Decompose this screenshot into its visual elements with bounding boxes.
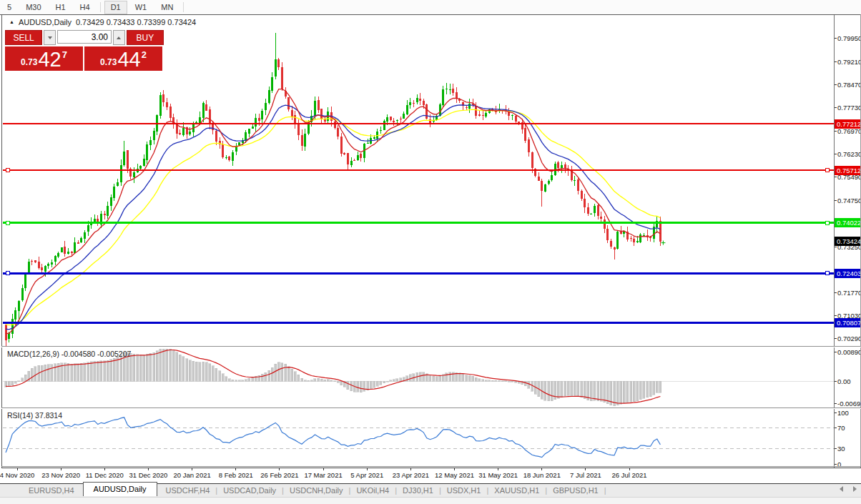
price-axis-tick: 0.77730	[837, 104, 861, 112]
date-axis-tick: 31 Dec 2020	[129, 471, 168, 479]
triangle-down-icon	[48, 36, 52, 39]
rsi-axis-tick: 70	[837, 424, 845, 432]
chart-tab-usdx[interactable]: USDX,H1	[438, 485, 490, 496]
date-axis-tick: 26 Jul 2021	[612, 471, 647, 479]
chart-tab-dj30[interactable]: DJ30,H1	[394, 485, 442, 496]
date-axis-tick: 8 Feb 2021	[219, 471, 253, 479]
date-axis-tick: 18 Jun 2021	[523, 471, 561, 479]
collapse-panel-icon[interactable]: ▲	[9, 19, 14, 24]
timeframe-button-m30[interactable]: M30	[19, 1, 47, 14]
level-badge-label: 0.74022	[837, 219, 861, 227]
buy-price-display[interactable]: 0.73442	[84, 46, 162, 71]
macd-axis-tick: -0.00697	[837, 400, 861, 407]
price-axis-tick: 0.79950	[837, 34, 861, 42]
sell-price-display[interactable]: 0.73427	[5, 46, 83, 71]
chart-tab-ukoil[interactable]: UKOil,H4	[348, 485, 398, 496]
chart-symbol-title: AUDUSD,Daily	[19, 18, 72, 26]
chart-tab-audusd[interactable]: AUDUSD,Daily	[83, 482, 157, 496]
level-badge-label: 0.72403	[837, 270, 861, 277]
buy-price-prefix: 0.73	[100, 57, 117, 67]
toolbar-separator	[100, 2, 101, 12]
timeframe-toolbar: 5M30H1H4D1W1MN	[0, 0, 861, 14]
date-axis-tick: 26 Feb 2021	[260, 471, 298, 479]
sell-price-main: 42	[38, 49, 61, 70]
tab-scroll-arrows	[840, 486, 857, 492]
date-axis-tick: 20 Jan 2021	[173, 471, 210, 479]
date-axis-tick: 17 Mar 2021	[304, 471, 342, 479]
timeframe-button-h4[interactable]: H4	[74, 1, 97, 14]
chart-window: MACD(12,26,9) -0.004580 -0.005207RSI(14)…	[0, 14, 861, 483]
status-strip	[0, 497, 861, 504]
date-axis-tick: 4 Nov 2020	[0, 471, 34, 479]
price-axis-tick: 0.74750	[837, 197, 861, 204]
timeframe-button-w1[interactable]: W1	[129, 1, 154, 14]
volume-input[interactable]	[57, 30, 112, 44]
level-badge-label: 0.70807	[837, 319, 861, 327]
triangle-up-icon	[117, 36, 121, 39]
buy-price-main: 44	[117, 49, 140, 70]
price-axis-tick: 0.76970	[837, 127, 861, 135]
chart-header: ▲ AUDUSD,Daily 0.73429 0.73433 0.73399 0…	[9, 18, 196, 26]
date-axis-tick: 11 Dec 2020	[86, 471, 124, 479]
price-axis-tick: 0.79210	[837, 58, 861, 66]
date-axis-tick: 31 May 2021	[478, 471, 518, 479]
price-axis-tick: 0.71770	[837, 289, 861, 297]
date-axis-tick: 7 Jul 2021	[570, 471, 601, 479]
rsi-axis-tick: 100	[837, 409, 849, 417]
level-badge-label: 0.75712	[837, 167, 861, 174]
trading-terminal: 5M30H1H4D1W1MN MACD(12,26,9) -0.004580 -…	[0, 0, 861, 504]
buy-price-sup: 2	[142, 49, 147, 60]
chart-tab-usdchf[interactable]: USDCHF,H4	[157, 485, 219, 496]
date-axis-tick: 12 May 2021	[435, 471, 474, 479]
sell-button[interactable]: SELL	[5, 30, 42, 45]
date-axis-tick: 23 Nov 2020	[41, 471, 80, 479]
date-axis-tick: 23 Apr 2021	[393, 471, 429, 479]
toolbar-separator	[183, 2, 184, 12]
macd-label: MACD(12,26,9) -0.004580 -0.005207	[7, 350, 132, 358]
chart-tab-usdcnh[interactable]: USDCNH,Daily	[281, 485, 352, 496]
chart-tab-gbpusd[interactable]: GBPUSD,H1	[544, 485, 607, 496]
sell-price-sup: 7	[62, 49, 67, 60]
chart-tabs-bar: EURUSD,H4AUDUSD,DailyUSDCHF,H4|USDCAD,Da…	[0, 483, 861, 497]
timeframe-button-d1[interactable]: D1	[104, 1, 127, 14]
timeframe-button-h1[interactable]: H1	[49, 1, 72, 14]
timeframe-button-5[interactable]: 5	[1, 1, 18, 14]
sell-price-prefix: 0.73	[21, 57, 37, 67]
rsi-label: RSI(14) 37.8314	[7, 411, 62, 420]
tabs-scroll-right-icon[interactable]	[853, 486, 857, 492]
rsi-axis-tick: 30	[837, 445, 845, 453]
macd-axis-tick: 0.00	[837, 377, 851, 385]
date-axis-tick: 5 Apr 2021	[350, 471, 383, 479]
price-axis-tick: 0.70290	[837, 335, 861, 342]
chart-tab-usdcad[interactable]: USDCAD,Daily	[215, 485, 285, 496]
chart-tab-eurusd[interactable]: EURUSD,H4	[20, 485, 83, 496]
tab-separator: |	[604, 486, 606, 495]
price-chart[interactable]: MACD(12,26,9) -0.004580 -0.005207RSI(14)…	[0, 14, 861, 483]
chart-ohlc-values: 0.73429 0.73433 0.73399 0.73424	[76, 18, 196, 26]
volume-increase-button[interactable]	[113, 30, 125, 45]
level-badge-label: 0.77212	[837, 120, 861, 128]
buy-button[interactable]: BUY	[127, 30, 164, 45]
timeframe-button-mn[interactable]: MN	[154, 1, 179, 14]
price-axis-tick: 0.76230	[837, 150, 861, 158]
chart-tab-xauusd[interactable]: XAUUSD,H1	[486, 485, 548, 496]
tabs-scroll-left-icon[interactable]	[840, 486, 843, 492]
macd-axis-tick: 0.00890	[837, 348, 861, 356]
current-price-badge-label: 0.73424	[837, 237, 861, 245]
price-axis-tick: 0.78470	[837, 81, 861, 89]
volume-decrease-button[interactable]	[44, 30, 56, 45]
one-click-trade-panel: SELL BUY 0.73427 0.73442	[5, 30, 164, 71]
